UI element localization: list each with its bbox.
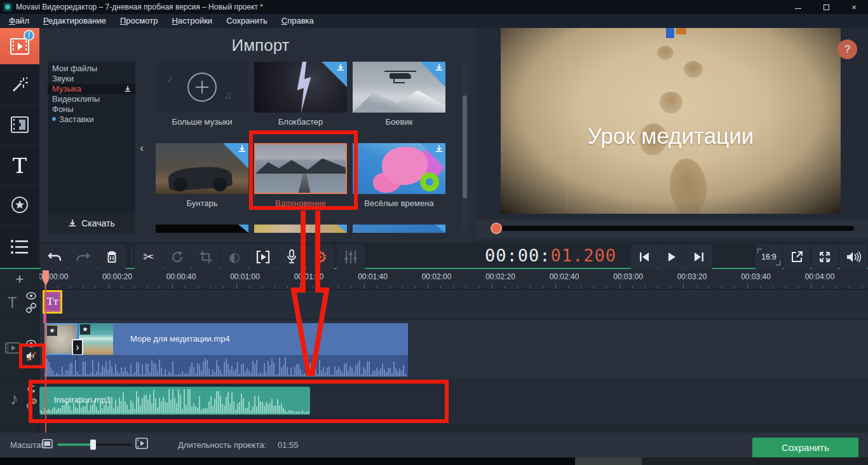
- title-track-link-icon[interactable]: [26, 303, 36, 313]
- rotate-button[interactable]: [163, 244, 191, 270]
- import-scrollbar-thumb[interactable]: [463, 95, 467, 198]
- previous-frame-button[interactable]: [631, 244, 658, 270]
- sidebar-item-stickers[interactable]: [0, 185, 39, 225]
- video-track-visibility-icon[interactable]: [26, 340, 36, 347]
- tile-action[interactable]: Боевик: [353, 62, 445, 127]
- delete-button[interactable]: [98, 244, 126, 270]
- audio-levels-button[interactable]: [337, 244, 365, 270]
- menu-item-0[interactable]: Файл: [2, 14, 36, 28]
- tile-label: Боевик: [353, 117, 445, 127]
- ruler-label: 00:02:20: [485, 272, 515, 281]
- menu-item-4[interactable]: Сохранить: [219, 14, 275, 28]
- menu-item-1[interactable]: Редактирование: [36, 14, 113, 28]
- rotate-icon: [170, 250, 184, 264]
- download-icon: [124, 85, 132, 93]
- tile-inspiration[interactable]: Вдохновение: [254, 143, 347, 208]
- title-bar: Movavi Видеоредактор – 7-дневная пробная…: [0, 0, 868, 14]
- download-icon: [238, 144, 247, 153]
- category-video-clips[interactable]: Видеоклипы: [48, 94, 135, 104]
- menu-item-5[interactable]: Справка: [275, 14, 321, 28]
- category-my-files[interactable]: Мои файлы: [48, 64, 135, 74]
- timeline-ruler[interactable]: 00:00:0000:00:2000:00:4000:01:0000:01:20…: [39, 269, 868, 289]
- redo-button[interactable]: [69, 244, 97, 270]
- minimize-icon: [795, 5, 801, 9]
- detach-player-button[interactable]: [783, 244, 810, 270]
- video-clip-thumbnail-2[interactable]: ★: [79, 323, 113, 355]
- color-adjustments-button[interactable]: ◐: [220, 244, 248, 270]
- zoom-slider-handle[interactable]: [90, 440, 96, 450]
- video-title-overlay: Урок медитации: [501, 123, 841, 149]
- aspect-ratio-button[interactable]: 16:9: [756, 244, 782, 270]
- audio-clip[interactable]: Inspiration.mp3: [39, 387, 310, 415]
- tile-thumbnail: [254, 143, 347, 194]
- title-track-icon: T: [8, 294, 17, 312]
- download-button[interactable]: Скачать: [48, 212, 135, 233]
- sidebar-item-filters[interactable]: [0, 65, 39, 105]
- crop-button[interactable]: [192, 244, 220, 270]
- contrast-icon: ◐: [229, 249, 240, 265]
- star-badge-icon: ★: [47, 326, 57, 336]
- seek-playhead-dot[interactable]: [491, 223, 502, 234]
- record-voice-button[interactable]: [278, 244, 306, 270]
- play-button[interactable]: [658, 244, 685, 270]
- category-sounds[interactable]: Звуки: [48, 74, 135, 84]
- ruler-label: 00:00:40: [166, 272, 196, 281]
- add-track-button[interactable]: +: [11, 272, 28, 288]
- playhead-line[interactable]: [45, 270, 46, 434]
- zoom-in-film-icon[interactable]: [135, 438, 148, 449]
- seek-bar[interactable]: [502, 226, 854, 231]
- audio-track-monitor-icon[interactable]: [27, 385, 36, 394]
- minimize-button[interactable]: [784, 0, 812, 14]
- prev-frame-icon: [639, 252, 650, 262]
- help-button[interactable]: ?: [837, 39, 857, 59]
- category-intros[interactable]: Заставки: [48, 115, 135, 125]
- split-button[interactable]: ✂: [135, 244, 163, 270]
- save-button[interactable]: Сохранить: [752, 438, 858, 458]
- timecode-display: 00:00:01.200: [485, 246, 616, 265]
- maximize-button[interactable]: [812, 0, 840, 14]
- tile-partial[interactable]: [353, 225, 445, 233]
- sidebar-item-import[interactable]: !: [0, 28, 39, 65]
- fullscreen-button[interactable]: [811, 244, 838, 270]
- tile-rebel[interactable]: Бунтарь: [156, 143, 248, 208]
- tile-blockbuster[interactable]: Блокбастер: [254, 62, 347, 127]
- download-badge: [238, 225, 248, 233]
- transition-wizard-button[interactable]: [249, 244, 277, 270]
- download-badge: [337, 225, 347, 233]
- ruler-label: 00:01:20: [294, 272, 324, 281]
- sidebar-item-track-list[interactable]: [0, 225, 39, 268]
- tile-partial[interactable]: [254, 225, 347, 233]
- volume-button[interactable]: [839, 244, 867, 270]
- tile-partial[interactable]: [156, 225, 248, 233]
- sidebar-item-transitions[interactable]: [0, 105, 39, 145]
- clip-properties-button[interactable]: ⚙: [306, 244, 334, 270]
- category-music[interactable]: Музыка: [48, 84, 135, 94]
- window-title: Movavi Видеоредактор – 7-дневная пробная…: [16, 3, 263, 11]
- tile-more[interactable]: Больше музыки: [156, 62, 248, 127]
- zoom-out-film-icon[interactable]: [42, 439, 53, 448]
- tile-fun[interactable]: Весёлые времена: [353, 143, 445, 208]
- transition-between-clips[interactable]: ›: [72, 339, 83, 356]
- collapse-panel-arrow[interactable]: ‹: [137, 140, 147, 156]
- audio-track-unlink-icon[interactable]: [27, 398, 37, 410]
- new-dot-icon: [52, 117, 56, 121]
- title-track-visibility-icon[interactable]: [26, 292, 36, 300]
- ruler-label: 00:02:00: [422, 272, 452, 281]
- undo-button[interactable]: [41, 244, 69, 270]
- download-badge: [435, 225, 445, 233]
- sidebar-item-titles[interactable]: [0, 145, 39, 185]
- menu-item-3[interactable]: Настройки: [165, 14, 219, 28]
- category-backgrounds[interactable]: Фоны: [48, 104, 135, 115]
- video-track-mute-icon[interactable]: [25, 350, 38, 362]
- left-sidebar: !: [0, 28, 39, 268]
- tile-label: Вдохновение: [254, 198, 347, 208]
- duration-value: 01:55: [278, 440, 299, 450]
- scissors-icon: ✂: [143, 249, 154, 265]
- next-frame-button[interactable]: [686, 244, 712, 270]
- close-button[interactable]: ×: [840, 0, 868, 14]
- desktop-strip: [0, 457, 868, 465]
- video-track-icon: [5, 342, 20, 354]
- download-icon: [435, 63, 444, 72]
- menu-item-2[interactable]: Просмотр: [113, 14, 165, 28]
- ruler-label: 00:03:00: [613, 272, 643, 281]
